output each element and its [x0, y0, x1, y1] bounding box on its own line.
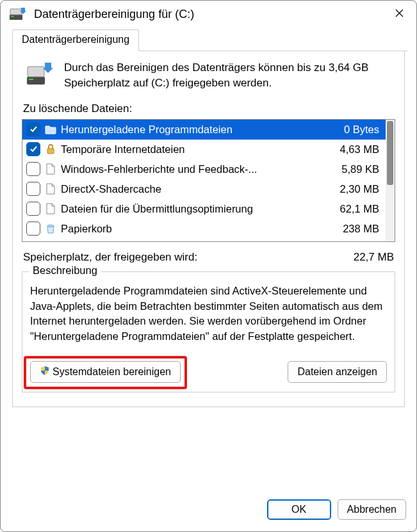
cleanup-system-files-button[interactable]: Systemdateien bereinigen	[30, 361, 181, 383]
dialog-footer: OK Abbrechen	[1, 489, 416, 531]
file-list-item[interactable]: Temporäre Internetdateien4,63 MB	[22, 140, 386, 159]
file-checkbox[interactable]	[26, 122, 40, 136]
svg-rect-4	[29, 79, 33, 80]
cleanup-system-files-label: Systemdateien bereinigen	[53, 366, 171, 378]
svg-rect-3	[27, 77, 45, 85]
file-name: Windows-Fehlerberichte und Feedback-...	[61, 163, 338, 175]
description-heading: Beschreibung	[29, 264, 101, 277]
description-button-row: Systemdateien bereinigen Dateien anzeige…	[30, 361, 387, 383]
tab-area: Datenträgerbereinigung Durch das Bereini…	[1, 29, 416, 407]
svg-rect-6	[47, 149, 54, 154]
view-files-label: Dateien anzeigen	[297, 366, 377, 378]
file-list-item[interactable]: Dateien für die Übermittlungsoptimierung…	[22, 199, 386, 219]
view-files-button[interactable]: Dateien anzeigen	[288, 361, 387, 383]
file-list-item[interactable]: DirectX-Shadercache2,30 MB	[22, 179, 386, 199]
bin-icon	[44, 222, 57, 236]
svg-rect-1	[11, 16, 14, 17]
file-size: 2,30 MB	[340, 183, 382, 195]
file-size: 5,89 KB	[341, 163, 382, 175]
svg-rect-0	[10, 15, 22, 20]
file-name: Temporäre Internetdateien	[61, 143, 336, 156]
scrollbar[interactable]	[386, 120, 395, 241]
file-list-item[interactable]: Papierkorb238 MB	[22, 219, 386, 239]
tab-strip: Datenträgerbereinigung	[12, 29, 407, 51]
files-heading: Zu löschende Dateien:	[23, 102, 395, 115]
file-checkbox[interactable]	[26, 202, 40, 216]
file-list-item[interactable]: Heruntergeladene Programmdateien0 Bytes	[22, 120, 386, 140]
shield-icon	[40, 366, 50, 378]
file-checkbox[interactable]	[26, 162, 40, 176]
ok-button[interactable]: OK	[267, 499, 331, 520]
ok-label: OK	[291, 504, 306, 515]
file-checkbox[interactable]	[26, 142, 40, 156]
freed-space-row: Speicherplatz, der freigegeben wird: 22,…	[23, 251, 394, 264]
page-icon	[44, 202, 57, 216]
page-icon	[44, 162, 57, 176]
file-size: 62,1 MB	[340, 203, 382, 215]
cancel-button[interactable]: Abbrechen	[338, 499, 406, 520]
file-list-item[interactable]: Windows-Fehlerberichte und Feedback-...5…	[22, 159, 386, 179]
cancel-label: Abbrechen	[347, 504, 397, 515]
file-name: Papierkorb	[61, 223, 339, 235]
window-title: Datenträgerbereinigung für (C:)	[34, 8, 389, 21]
svg-rect-2	[10, 9, 22, 15]
file-name: Heruntergeladene Programmdateien	[61, 124, 340, 136]
description-text: Heruntergeladende Programmdateien sind A…	[30, 284, 387, 345]
lock-icon	[44, 142, 57, 156]
file-size: 238 MB	[343, 223, 382, 235]
file-checkbox[interactable]	[26, 182, 40, 196]
disk-cleanup-icon	[10, 6, 28, 22]
tab-disk-cleanup[interactable]: Datenträgerbereinigung	[12, 29, 139, 51]
freed-space-label: Speicherplatz, der freigegeben wird:	[23, 251, 354, 264]
page-icon	[44, 182, 57, 196]
dialog-window: Datenträgerbereinigung für (C:) Datenträ…	[0, 0, 417, 532]
svg-point-7	[47, 225, 54, 227]
description-group: Beschreibung Heruntergeladende Programmd…	[22, 271, 395, 393]
disk-cleanup-large-icon	[26, 60, 54, 88]
file-name: DirectX-Shadercache	[61, 183, 336, 195]
highlight-annotation: Systemdateien bereinigen	[28, 359, 183, 385]
folder-icon	[44, 122, 57, 136]
file-size: 0 Bytes	[344, 124, 382, 136]
tab-content: Durch das Bereinigen des Datenträgers kö…	[12, 51, 405, 407]
intro-row: Durch das Bereinigen des Datenträgers kö…	[22, 60, 395, 91]
file-checkbox[interactable]	[26, 222, 40, 236]
file-list: Heruntergeladene Programmdateien0 BytesT…	[22, 119, 395, 242]
svg-rect-5	[28, 67, 44, 77]
intro-text: Durch das Bereinigen des Datenträgers kö…	[64, 60, 395, 91]
freed-space-value: 22,7 MB	[354, 251, 394, 264]
titlebar: Datenträgerbereinigung für (C:)	[1, 1, 416, 29]
close-button[interactable]	[389, 3, 409, 22]
scrollbar-thumb[interactable]	[387, 121, 393, 185]
file-name: Dateien für die Übermittlungsoptimierung	[61, 203, 336, 215]
file-size: 4,63 MB	[340, 143, 382, 156]
